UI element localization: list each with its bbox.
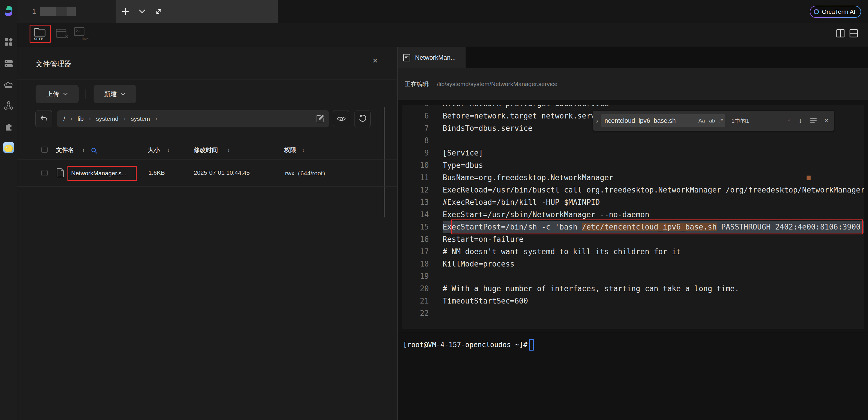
back-button[interactable] [35, 110, 52, 127]
orcaterm-window: 1 OrcaTerm AI SFTP [0, 0, 868, 420]
line-number: 12 [402, 184, 431, 196]
code-line[interactable]: 14ExecStart=/usr/sbin/NetworkManager --n… [402, 208, 864, 221]
refresh-button[interactable] [354, 110, 371, 127]
file-icon [57, 168, 64, 177]
column-permissions[interactable]: 权限 [284, 146, 296, 154]
regex-toggle[interactable]: .* [719, 118, 723, 124]
cloud-drive-icon[interactable] [4, 80, 13, 89]
sort-updown-icon[interactable]: ↕ [167, 147, 170, 153]
ai-button-label: OrcaTerm AI [822, 8, 856, 15]
share-network-icon[interactable] [4, 101, 13, 110]
sort-updown-icon[interactable]: ↕ [227, 147, 230, 153]
line-text: ExecStart=/usr/sbin/NetworkManager --no-… [443, 208, 864, 221]
code-line[interactable]: 19 [402, 270, 864, 283]
code-line[interactable]: 5After=network-pre.target dbus.service [402, 105, 864, 110]
code-line[interactable]: 15ExecStartPost=/bin/sh -c 'bash /etc/te… [402, 221, 864, 233]
code-line[interactable]: 11BusName=org.freedesktop.NetworkManager [402, 171, 864, 184]
file-size: 1.6KB [148, 169, 165, 176]
toolbar: SFTP Tmux [17, 23, 868, 47]
find-next-icon[interactable]: ↓ [799, 117, 802, 125]
sort-updown-icon[interactable]: ↕ [302, 147, 305, 153]
code-line[interactable]: 16Restart=on-failure [402, 233, 864, 246]
sftp-file-manager-button[interactable]: SFTP [30, 25, 51, 43]
find-widget: › ncentcloud_ipv6_base.sh Aa ab .* 1中的1 … [593, 111, 834, 131]
line-text: # NM doesn't want systemd to kill its ch… [443, 246, 864, 258]
code-line[interactable]: 13#ExecReload=/bin/kill -HUP $MAINPID [402, 196, 864, 208]
code-line[interactable]: 20# With a huge number of interfaces, st… [402, 283, 864, 295]
close-session-button[interactable] [55, 25, 69, 43]
find-close-icon[interactable]: × [825, 117, 828, 125]
code-line[interactable]: 17# NM doesn't want systemd to kill its … [402, 246, 864, 258]
close-panel-icon[interactable]: × [373, 56, 378, 65]
line-number: 16 [402, 233, 431, 246]
code-editor[interactable]: 5After=network-pre.target dbus.service6B… [402, 105, 864, 329]
ai-sparkle-icon [814, 9, 819, 14]
file-manager-panel: 文件管理器 × 上传 新建 /›lib›systemd›system› [17, 47, 397, 420]
line-number: 19 [402, 270, 431, 283]
breadcrumb-segment[interactable]: / [63, 115, 65, 122]
line-number: 15 [402, 221, 431, 233]
code-line[interactable]: 8 [402, 134, 864, 147]
orcaterm-ai-button[interactable]: OrcaTerm AI [810, 6, 861, 18]
whole-word-toggle[interactable]: ab [709, 118, 715, 124]
file-name-annotated[interactable]: NetworkManager.s... [67, 166, 136, 181]
editing-file-path: /lib/systemd/system/NetworkManager.servi… [437, 80, 557, 88]
row-checkbox[interactable] [41, 170, 48, 176]
show-hidden-files-button[interactable] [333, 110, 349, 127]
breadcrumb-separator-icon: › [124, 115, 126, 123]
line-number: 17 [402, 246, 431, 258]
fullscreen-icon[interactable] [155, 8, 162, 15]
breadcrumb-segment[interactable]: system [131, 115, 150, 122]
terminal-tab-1[interactable]: 1 [17, 0, 116, 23]
redacted-server-name [40, 7, 56, 16]
orcaterm-logo-icon[interactable] [3, 5, 14, 17]
code-line[interactable]: 18KillMode=process [402, 258, 864, 270]
code-line[interactable]: 10Type=dbus [402, 159, 864, 171]
select-all-checkbox[interactable] [41, 147, 48, 153]
new-button[interactable]: 新建 [94, 85, 136, 103]
add-tab-icon[interactable] [122, 8, 129, 15]
window-close-icon [55, 28, 69, 40]
column-size[interactable]: 大小 [148, 146, 160, 154]
column-modified[interactable]: 修改时间 [194, 146, 218, 154]
tmux-terminal-icon [73, 27, 85, 37]
code-line[interactable]: 21TimeoutStartSec=600 [402, 295, 864, 307]
terminal-area[interactable]: [root@VM-4-157-opencloudos ~]# [398, 332, 868, 420]
breadcrumb: /›lib›systemd›system› [63, 115, 316, 123]
find-previous-icon[interactable]: ↑ [787, 117, 791, 125]
apps-grid-icon[interactable] [4, 38, 13, 46]
line-number: 22 [402, 307, 431, 320]
terminal-prompt: [root@VM-4-157-opencloudos ~]# [403, 341, 527, 349]
split-vertical-icon[interactable] [836, 29, 845, 38]
tmux-button[interactable]: Tmux [73, 25, 89, 43]
split-horizontal-icon[interactable] [849, 29, 858, 38]
editor-tab-networkmanager[interactable]: NetworkMan... [398, 47, 466, 68]
server-list-icon[interactable] [4, 60, 13, 67]
tab-dropdown-icon[interactable] [139, 9, 145, 13]
find-expand-icon[interactable]: › [596, 117, 598, 125]
line-text: Type=dbus [443, 159, 864, 171]
sort-asc-icon[interactable]: ↑ [82, 147, 85, 153]
file-name: NetworkManager.s... [71, 170, 127, 177]
breadcrumb-segment[interactable]: systemd [96, 115, 119, 122]
match-marker [807, 175, 811, 180]
file-manager-title: 文件管理器 [36, 59, 71, 69]
match-case-toggle[interactable]: Aa [699, 118, 705, 124]
breadcrumb-segment[interactable]: lib [78, 115, 84, 122]
code-line[interactable]: 9[Service] [402, 147, 864, 159]
extensions-puzzle-icon[interactable] [4, 122, 13, 131]
find-in-selection-icon[interactable] [810, 118, 817, 123]
column-filename[interactable]: 文件名 [56, 146, 74, 154]
breadcrumb-separator-icon: › [89, 115, 91, 123]
code-line[interactable]: 12ExecReload=/usr/bin/busctl call org.fr… [402, 184, 864, 196]
code-lines: 5After=network-pre.target dbus.service6B… [402, 105, 864, 320]
edit-path-icon[interactable] [316, 115, 324, 123]
find-input[interactable]: ncentcloud_ipv6_base.sh Aa ab .* [601, 114, 725, 127]
table-row[interactable]: NetworkManager.s... 1.6KB 2025-07-01 10:… [17, 161, 397, 187]
filename-search-icon[interactable] [91, 147, 98, 154]
upload-button[interactable]: 上传 [36, 85, 79, 103]
breadcrumb-bar[interactable]: /›lib›systemd›system› [57, 110, 329, 127]
search-match: /etc/tencentcloud_ipv6_base.sh [582, 223, 717, 231]
code-line[interactable]: 22 [402, 307, 864, 320]
app-avatar-icon[interactable] [3, 142, 14, 153]
